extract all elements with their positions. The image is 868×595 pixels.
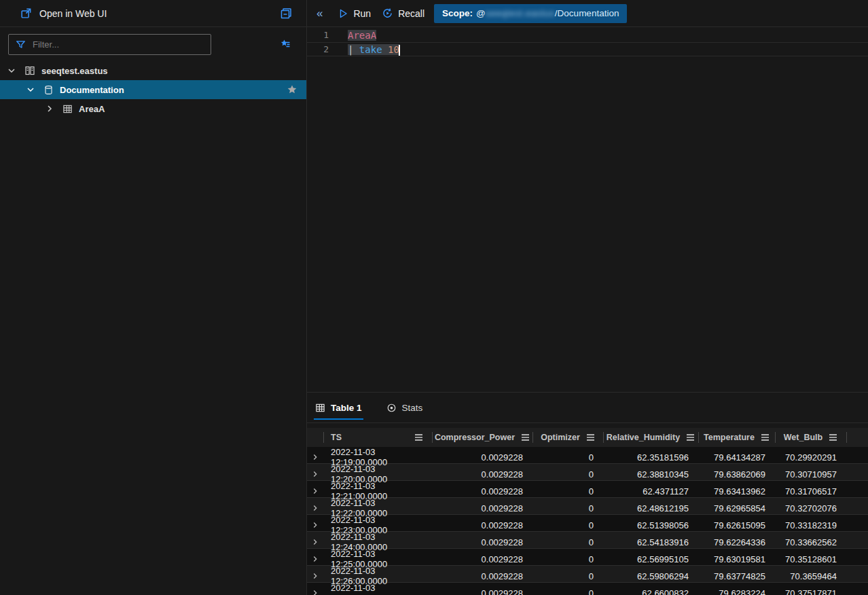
- run-button[interactable]: Run: [338, 8, 371, 19]
- header-expand-spacer: [307, 428, 323, 447]
- cell-wet-bulb: 70.32702076: [775, 503, 846, 513]
- header-trailing-spacer: [846, 428, 868, 447]
- cell-temperature: 79.63862069: [698, 469, 775, 480]
- scope-button[interactable]: Scope: @ seeqtest.eastus /Documentation: [434, 4, 627, 23]
- column-menu-icon[interactable]: [521, 433, 530, 441]
- token-keyword-take: take: [359, 44, 382, 55]
- filter-row: [0, 31, 306, 58]
- column-header-relative-humidity[interactable]: Relative_Humidity: [603, 428, 698, 447]
- cluster-icon: [24, 65, 35, 76]
- table-row[interactable]: 2022-11-03 12:20:00.0000 0.0029228 0 62.…: [307, 464, 868, 481]
- grid-icon: [315, 403, 325, 413]
- editor-line-2: 2 | take 10: [307, 42, 868, 56]
- tab-table-1-label: Table 1: [331, 403, 362, 413]
- cell-compressor-power: 0.0029228: [432, 520, 532, 530]
- cell-optimizer: 0: [532, 520, 603, 530]
- recall-label: Recall: [398, 8, 424, 19]
- editor-and-results: 1 AreaA 2 | take 10: [307, 27, 868, 595]
- token-space: [382, 44, 388, 55]
- row-expand-chevron[interactable]: [307, 555, 323, 563]
- column-menu-icon[interactable]: [829, 433, 837, 441]
- cell-optimizer: 0: [532, 469, 603, 480]
- app-window: Open in Web UI « Run: [0, 0, 868, 595]
- tree-item-table[interactable]: AreaA: [0, 99, 306, 118]
- row-expand-chevron[interactable]: [307, 589, 323, 595]
- cell-compressor-power: 0.0029228: [432, 588, 532, 595]
- main-split: seeqtest.eastus Documentation: [0, 27, 868, 595]
- tab-stats[interactable]: Stats: [386, 393, 423, 422]
- row-expand-chevron[interactable]: [307, 470, 323, 478]
- editor-line-1: 1 AreaA: [307, 29, 868, 42]
- column-header-compressor-power[interactable]: Compressor_Power: [432, 428, 532, 447]
- row-expand-chevron[interactable]: [307, 504, 323, 512]
- text-cursor: [399, 45, 400, 56]
- column-header-wet-bulb[interactable]: Wet_Bulb: [775, 428, 846, 447]
- cell-relative-humidity: 62.56995105: [603, 554, 698, 564]
- scope-at-sign: @: [476, 8, 486, 18]
- row-expand-chevron[interactable]: [307, 538, 323, 546]
- database-icon: [43, 85, 54, 95]
- cell-optimizer: 0: [532, 452, 603, 463]
- cell-relative-humidity: 62.6600832: [603, 588, 698, 595]
- query-toolbar: « Run Recall: [307, 0, 868, 26]
- column-menu-icon[interactable]: [414, 433, 423, 441]
- filter-input[interactable]: [33, 39, 182, 50]
- column-label: Optimizer: [541, 433, 580, 442]
- table-row[interactable]: 2022-11-03 12:27:00.0000 0.0029228 0 62.…: [307, 583, 868, 595]
- column-header-optimizer[interactable]: Optimizer: [532, 428, 603, 447]
- cell-temperature: 79.62264336: [698, 537, 775, 547]
- play-icon: [338, 8, 348, 19]
- favorites-filter-icon[interactable]: [278, 37, 292, 51]
- row-expand-chevron[interactable]: [307, 453, 323, 461]
- row-expand-chevron[interactable]: [307, 487, 323, 495]
- table-row[interactable]: 2022-11-03 12:26:00.0000 0.0029228 0 62.…: [307, 566, 868, 583]
- scope-label: Scope:: [442, 8, 473, 18]
- token-number-literal: 10: [388, 44, 399, 55]
- row-expand-chevron[interactable]: [307, 572, 323, 580]
- tab-stats-label: Stats: [402, 403, 423, 413]
- column-label: Wet_Bulb: [784, 433, 822, 442]
- cell-compressor-power: 0.0029228: [432, 571, 532, 581]
- table-row[interactable]: 2022-11-03 12:22:00.0000 0.0029228 0 62.…: [307, 498, 868, 515]
- favorite-star-icon[interactable]: [287, 84, 297, 95]
- cell-optimizer: 0: [532, 571, 603, 581]
- token-table-name: AreaA: [348, 30, 376, 41]
- tab-table-1[interactable]: Table 1: [315, 393, 362, 422]
- recall-icon: [382, 7, 393, 19]
- funnel-filter-icon: [16, 39, 26, 50]
- connections-sidebar: seeqtest.eastus Documentation: [0, 27, 307, 595]
- tree-item-database[interactable]: Documentation: [0, 80, 306, 99]
- filter-input-box[interactable]: [8, 34, 211, 55]
- column-menu-icon[interactable]: [761, 433, 770, 441]
- grid-header-row: TS Compressor_Power Optimi: [307, 428, 868, 447]
- cell-temperature: 79.6283224: [698, 588, 775, 595]
- column-header-temperature[interactable]: Temperature: [698, 428, 775, 447]
- open-in-web-ui-button[interactable]: Open in Web UI: [0, 0, 307, 26]
- token-pipe: |: [348, 44, 359, 55]
- cell-ts: 2022-11-03 12:27:00.0000: [323, 583, 432, 595]
- cell-wet-bulb: 70.33662562: [775, 537, 846, 547]
- table-row[interactable]: 2022-11-03 12:24:00.0000 0.0029228 0 62.…: [307, 532, 868, 549]
- column-label: TS: [331, 433, 342, 442]
- cell-wet-bulb: 70.33182319: [775, 520, 846, 530]
- chevron-right-icon[interactable]: [45, 104, 54, 113]
- table-row[interactable]: 2022-11-03 12:21:00.0000 0.0029228 0 62.…: [307, 481, 868, 498]
- cell-relative-humidity: 62.4371127: [603, 486, 698, 497]
- table-row[interactable]: 2022-11-03 12:23:00.0000 0.0029228 0 62.…: [307, 515, 868, 532]
- column-menu-icon[interactable]: [586, 433, 595, 441]
- results-tab-bar: Table 1 Stats: [307, 393, 868, 423]
- table-row[interactable]: 2022-11-03 12:19:00.0000 0.0029228 0 62.…: [307, 447, 868, 464]
- split-panel-icon[interactable]: [279, 7, 293, 20]
- row-expand-chevron[interactable]: [307, 521, 323, 529]
- column-header-ts[interactable]: TS: [323, 428, 432, 447]
- database-label: Documentation: [60, 85, 124, 95]
- column-menu-icon[interactable]: [686, 433, 695, 441]
- chevron-down-icon[interactable]: [7, 66, 16, 75]
- cell-relative-humidity: 62.38810345: [603, 469, 698, 480]
- tree-item-cluster[interactable]: seeqtest.eastus: [0, 61, 306, 80]
- table-row[interactable]: 2022-11-03 12:25:00.0000 0.0029228 0 62.…: [307, 549, 868, 566]
- collapse-sidebar-button[interactable]: «: [317, 7, 323, 20]
- query-editor[interactable]: 1 AreaA 2 | take 10: [307, 27, 868, 392]
- recall-button[interactable]: Recall: [382, 7, 424, 19]
- chevron-down-icon[interactable]: [26, 85, 35, 94]
